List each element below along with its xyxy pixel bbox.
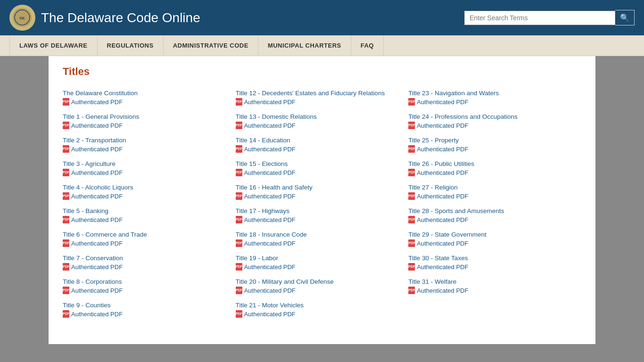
pdf-link-title-15[interactable]: PDFAuthenticated PDF: [236, 169, 404, 176]
pdf-link-title-26[interactable]: PDFAuthenticated PDF: [408, 169, 577, 176]
title-link-delaware-constitution[interactable]: The Delaware Constitution: [63, 90, 231, 97]
title-link-title-2[interactable]: Title 2 - Transportation: [63, 137, 231, 144]
pdf-icon: PDF: [236, 98, 242, 106]
title-link-title-18[interactable]: Title 18 - Insurance Code: [236, 231, 404, 238]
nav-item-regulations[interactable]: REGULATIONS: [98, 35, 164, 56]
title-link-title-9[interactable]: Title 9 - Counties: [63, 302, 231, 309]
pdf-link-title-4[interactable]: PDFAuthenticated PDF: [63, 192, 231, 200]
title-entry-title-24: Title 24 - Professions and OccupationsPD…: [408, 113, 577, 129]
pdf-link-title-28[interactable]: PDFAuthenticated PDF: [408, 216, 577, 223]
title-entry-title-5: Title 5 - BankingPDFAuthenticated PDF: [63, 207, 231, 223]
pdf-link-title-23[interactable]: PDFAuthenticated PDF: [408, 98, 577, 106]
pdf-link-title-19[interactable]: PDFAuthenticated PDF: [236, 263, 404, 271]
pdf-label: Authenticated PDF: [417, 146, 468, 153]
pdf-link-title-2[interactable]: PDFAuthenticated PDF: [63, 145, 231, 153]
pdf-icon: PDF: [63, 122, 69, 129]
search-button[interactable]: 🔍: [615, 10, 635, 25]
pdf-icon: PDF: [408, 263, 415, 271]
pdf-label: Authenticated PDF: [244, 263, 296, 271]
title-link-title-5[interactable]: Title 5 - Banking: [63, 207, 231, 214]
pdf-link-title-27[interactable]: PDFAuthenticated PDF: [408, 192, 577, 200]
pdf-label: Authenticated PDF: [417, 240, 468, 247]
pdf-label: Authenticated PDF: [71, 193, 123, 200]
title-link-title-16[interactable]: Title 16 - Health and Safety: [236, 184, 404, 191]
pdf-link-title-18[interactable]: PDFAuthenticated PDF: [236, 239, 404, 247]
pdf-icon: PDF: [408, 192, 415, 200]
pdf-link-title-12[interactable]: PDFAuthenticated PDF: [236, 98, 404, 106]
pdf-label: Authenticated PDF: [71, 287, 123, 294]
pdf-link-title-8[interactable]: PDFAuthenticated PDF: [63, 287, 231, 294]
pdf-link-title-25[interactable]: PDFAuthenticated PDF: [408, 145, 577, 153]
pdf-icon: PDF: [408, 239, 415, 247]
pdf-link-title-13[interactable]: PDFAuthenticated PDF: [236, 122, 404, 129]
title-link-title-27[interactable]: Title 27 - Religion: [408, 184, 577, 191]
pdf-link-title-6[interactable]: PDFAuthenticated PDF: [63, 239, 231, 247]
title-link-title-20[interactable]: Title 20 - Military and Civil Defense: [236, 278, 404, 285]
pdf-icon: PDF: [236, 192, 242, 200]
nav-item-municipal-charters[interactable]: MUNICIPAL CHARTERS: [258, 35, 351, 56]
title-link-title-13[interactable]: Title 13 - Domestic Relations: [236, 113, 404, 120]
title-entry-title-13: Title 13 - Domestic RelationsPDFAuthenti…: [236, 113, 404, 129]
title-link-title-25[interactable]: Title 25 - Property: [408, 137, 577, 144]
pdf-icon: PDF: [63, 192, 69, 200]
pdf-link-title-16[interactable]: PDFAuthenticated PDF: [236, 192, 404, 200]
title-link-title-30[interactable]: Title 30 - State Taxes: [408, 255, 577, 262]
nav-bar: LAWS OF DELAWAREREGULATIONSADMINISTRATIV…: [0, 35, 644, 56]
pdf-link-title-31[interactable]: PDFAuthenticated PDF: [408, 287, 577, 294]
title-link-title-19[interactable]: Title 19 - Labor: [236, 255, 404, 262]
title-link-title-29[interactable]: Title 29 - State Government: [408, 231, 577, 238]
title-link-title-26[interactable]: Title 26 - Public Utilities: [408, 160, 577, 167]
title-entry-title-20: Title 20 - Military and Civil DefensePDF…: [236, 278, 404, 294]
title-link-title-21[interactable]: Title 21 - Motor Vehicles: [236, 302, 404, 309]
title-link-title-12[interactable]: Title 12 - Decedents' Estates and Fiduci…: [236, 90, 404, 97]
title-link-title-8[interactable]: Title 8 - Corporations: [63, 278, 231, 285]
title-entry-title-25: Title 25 - PropertyPDFAuthenticated PDF: [408, 137, 577, 153]
pdf-label: Authenticated PDF: [71, 216, 123, 223]
title-link-title-14[interactable]: Title 14 - Education: [236, 137, 404, 144]
pdf-link-title-20[interactable]: PDFAuthenticated PDF: [236, 287, 404, 294]
title-link-title-6[interactable]: Title 6 - Commerce and Trade: [63, 231, 231, 238]
pdf-link-title-24[interactable]: PDFAuthenticated PDF: [408, 122, 577, 129]
pdf-icon: PDF: [236, 216, 242, 223]
nav-item-administrative-code[interactable]: ADMINISTRATIVE CODE: [164, 35, 258, 56]
nav-item-faq[interactable]: FAQ: [351, 35, 384, 56]
pdf-icon: PDF: [236, 287, 242, 294]
nav-item-laws-of-delaware[interactable]: LAWS OF DELAWARE: [9, 35, 98, 56]
pdf-link-title-14[interactable]: PDFAuthenticated PDF: [236, 145, 404, 153]
pdf-link-title-5[interactable]: PDFAuthenticated PDF: [63, 216, 231, 223]
site-title: The Delaware Code Online: [41, 10, 200, 25]
title-link-title-28[interactable]: Title 28 - Sports and Amusements: [408, 207, 577, 214]
title-link-title-15[interactable]: Title 15 - Elections: [236, 160, 404, 167]
pdf-link-title-1[interactable]: PDFAuthenticated PDF: [63, 122, 231, 129]
pdf-link-title-30[interactable]: PDFAuthenticated PDF: [408, 263, 577, 271]
pdf-label: Authenticated PDF: [71, 169, 123, 176]
pdf-label: Authenticated PDF: [244, 99, 296, 106]
pdf-link-title-7[interactable]: PDFAuthenticated PDF: [63, 263, 231, 271]
title-link-title-24[interactable]: Title 24 - Professions and Occupations: [408, 113, 577, 120]
pdf-link-title-29[interactable]: PDFAuthenticated PDF: [408, 239, 577, 247]
title-entry-title-9: Title 9 - CountiesPDFAuthenticated PDF: [63, 302, 231, 318]
pdf-link-title-9[interactable]: PDFAuthenticated PDF: [63, 310, 231, 318]
pdf-label: Authenticated PDF: [244, 287, 296, 294]
pdf-icon: PDF: [63, 145, 69, 153]
title-entry-title-26: Title 26 - Public UtilitiesPDFAuthentica…: [408, 160, 577, 176]
pdf-link-title-3[interactable]: PDFAuthenticated PDF: [63, 169, 231, 176]
title-link-title-7[interactable]: Title 7 - Conservation: [63, 255, 231, 262]
pdf-label: Authenticated PDF: [244, 122, 296, 129]
pdf-link-title-21[interactable]: PDFAuthenticated PDF: [236, 310, 404, 318]
title-link-title-17[interactable]: Title 17 - Highways: [236, 207, 404, 214]
pdf-link-delaware-constitution[interactable]: PDFAuthenticated PDF: [63, 98, 231, 106]
search-input[interactable]: [464, 11, 615, 25]
pdf-label: Authenticated PDF: [244, 146, 296, 153]
search-bar: 🔍: [464, 10, 635, 25]
title-link-title-1[interactable]: Title 1 - General Provisions: [63, 113, 231, 120]
pdf-icon: PDF: [63, 310, 69, 318]
pdf-icon: PDF: [408, 216, 415, 223]
pdf-icon: PDF: [236, 239, 242, 247]
title-link-title-4[interactable]: Title 4 - Alcoholic Liquors: [63, 184, 231, 191]
title-link-title-3[interactable]: Title 3 - Agriculture: [63, 160, 231, 167]
pdf-link-title-17[interactable]: PDFAuthenticated PDF: [236, 216, 404, 223]
title-link-title-31[interactable]: Title 31 - Welfare: [408, 278, 577, 285]
title-link-title-23[interactable]: Title 23 - Navigation and Waters: [408, 90, 577, 97]
pdf-label: Authenticated PDF: [417, 99, 468, 106]
